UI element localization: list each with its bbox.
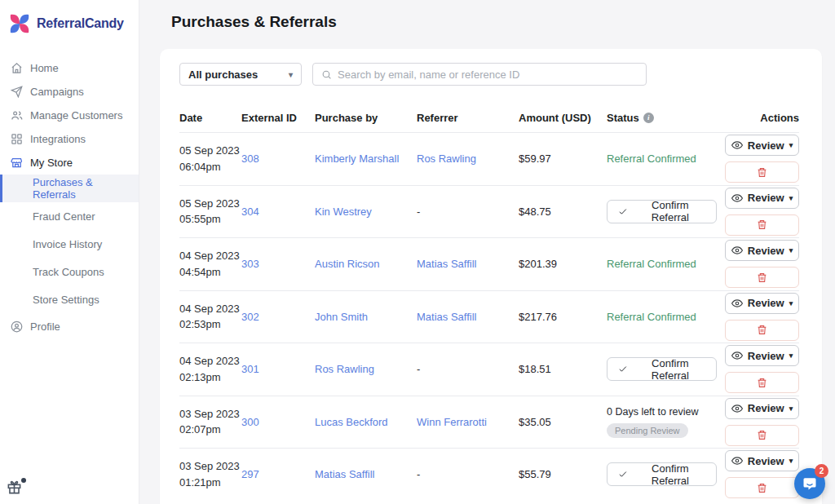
home-icon xyxy=(11,62,23,74)
referrer-cell: Matias Saffill xyxy=(417,258,519,270)
chevron-down-icon: ▾ xyxy=(789,246,793,254)
purchase-date-time: 02:53pm xyxy=(179,316,241,333)
status-cell: Referral Confirmed xyxy=(607,153,717,165)
purchaser-link[interactable]: Lucas Beckford xyxy=(315,416,388,428)
purchase-date: 03 Sep 202301:21pm xyxy=(179,458,241,490)
purchase-date-day: 03 Sep 2023 xyxy=(179,458,241,475)
chat-launcher-button[interactable]: 2 xyxy=(794,468,825,499)
purchase-date: 04 Sep 202302:13pm xyxy=(179,353,241,385)
purchaser-link[interactable]: Kimberly Marshall xyxy=(315,153,399,165)
sidebar-item-fraud-center[interactable]: Fraud Center xyxy=(0,202,139,230)
review-button[interactable]: Review▾ xyxy=(725,398,799,419)
purchase-date-day: 03 Sep 2023 xyxy=(179,406,241,422)
table-row: 03 Sep 202301:21pm297Matias Saffill-$55.… xyxy=(179,448,799,501)
sidebar-item-home[interactable]: Home xyxy=(0,56,139,80)
review-button[interactable]: Review▾ xyxy=(725,293,799,314)
trash-icon xyxy=(757,219,767,230)
referrer-empty: - xyxy=(417,206,420,218)
status-cell: Confirm Referral xyxy=(607,462,717,486)
referrer-link[interactable]: Matias Saffill xyxy=(417,258,476,270)
review-button[interactable]: Review▾ xyxy=(725,345,799,366)
eye-icon xyxy=(731,192,743,204)
actions-cell: Review▾ xyxy=(717,293,799,341)
actions-cell: Review▾ xyxy=(717,450,799,498)
filter-bar: All purchases ▾ xyxy=(179,63,799,86)
purchase-date: 05 Sep 202305:55pm xyxy=(179,196,241,228)
delete-button[interactable] xyxy=(725,214,799,236)
review-button[interactable]: Review▾ xyxy=(725,135,799,156)
purchase-filter-value: All purchases xyxy=(188,69,258,81)
purchaser-link[interactable]: Ros Rawling xyxy=(315,363,374,375)
purchase-date: 05 Sep 202306:04pm xyxy=(179,143,241,175)
sidebar-subitem-label: Store Settings xyxy=(33,294,99,306)
whats-new-button[interactable] xyxy=(7,480,28,499)
delete-button[interactable] xyxy=(725,320,799,341)
confirm-referral-button[interactable]: Confirm Referral xyxy=(607,357,717,381)
table-row: 05 Sep 202306:04pm308Kimberly MarshallRo… xyxy=(179,132,799,185)
review-button[interactable]: Review▾ xyxy=(725,188,799,209)
review-button[interactable]: Review▾ xyxy=(725,240,799,261)
table-row: 05 Sep 202305:55pm304Kin Westrey-$48.75C… xyxy=(179,185,799,238)
delete-button[interactable] xyxy=(725,425,799,446)
purchaser-link[interactable]: Matias Saffill xyxy=(315,468,374,480)
purchases-table-body: 05 Sep 202306:04pm308Kimberly MarshallRo… xyxy=(179,132,799,501)
table-row: 04 Sep 202302:13pm301Ros Rawling-$18.51C… xyxy=(179,343,799,396)
status-cell: Referral Confirmed xyxy=(607,311,717,323)
sidebar-item-track-coupons[interactable]: Track Coupons xyxy=(0,258,139,285)
external-id-link[interactable]: 300 xyxy=(241,416,259,428)
days-left-to-review: 0 Days left to review xyxy=(607,406,717,418)
eye-icon xyxy=(731,245,743,256)
external-id-link[interactable]: 308 xyxy=(241,153,259,165)
confirm-referral-button[interactable]: Confirm Referral xyxy=(607,462,717,486)
external-id-link[interactable]: 304 xyxy=(241,206,259,218)
purchase-date-day: 04 Sep 2023 xyxy=(179,301,241,317)
referrer-link[interactable]: Ros Rawling xyxy=(417,153,476,165)
review-label: Review xyxy=(748,297,784,309)
referrer-link[interactable]: Winn Ferrarotti xyxy=(417,416,487,428)
purchase-filter-dropdown[interactable]: All purchases ▾ xyxy=(179,63,302,86)
sidebar-item-purchases-referrals[interactable]: Purchases & Referrals xyxy=(0,175,139,202)
delete-button[interactable] xyxy=(725,477,799,498)
external-id-cell: 303 xyxy=(241,258,315,270)
purchase-date-day: 04 Sep 2023 xyxy=(179,248,241,264)
sidebar-item-invoice-history[interactable]: Invoice History xyxy=(0,230,139,258)
external-id-link[interactable]: 301 xyxy=(241,363,259,375)
search-input[interactable] xyxy=(338,69,638,81)
actions-cell: Review▾ xyxy=(717,135,799,183)
status-cell: Confirm Referral xyxy=(607,357,717,381)
sidebar-item-manage-customers[interactable]: Manage Customers xyxy=(0,104,139,127)
referrer-empty: - xyxy=(417,468,420,480)
table-row: 04 Sep 202302:53pm302John SmithMatias Sa… xyxy=(179,290,799,343)
external-id-link[interactable]: 297 xyxy=(241,468,259,480)
delete-button[interactable] xyxy=(725,161,799,183)
brand-logo[interactable]: ReferralCandy xyxy=(0,0,139,43)
send-icon xyxy=(11,86,23,98)
purchaser-link[interactable]: Kin Westrey xyxy=(315,206,372,218)
referrer-link[interactable]: Matias Saffill xyxy=(417,311,476,323)
delete-button[interactable] xyxy=(725,372,799,393)
sidebar-item-my-store[interactable]: My Store xyxy=(0,151,139,175)
sidebar-item-store-settings[interactable]: Store Settings xyxy=(0,285,139,313)
eye-icon xyxy=(731,403,743,414)
delete-button[interactable] xyxy=(725,267,799,288)
referrer-cell: - xyxy=(417,363,519,375)
external-id-cell: 302 xyxy=(241,311,315,323)
column-header-external-id: External ID xyxy=(241,112,315,124)
sidebar-item-integrations[interactable]: Integrations xyxy=(0,127,139,151)
sidebar-item-profile[interactable]: Profile xyxy=(0,315,139,338)
info-icon[interactable]: i xyxy=(643,113,654,123)
sidebar-item-campaigns[interactable]: Campaigns xyxy=(0,80,139,104)
confirm-referral-label: Confirm Referral xyxy=(635,462,705,487)
actions-cell: Review▾ xyxy=(717,345,799,393)
column-header-actions: Actions xyxy=(717,112,799,124)
purchase-by-cell: Kin Westrey xyxy=(315,206,417,218)
review-button[interactable]: Review▾ xyxy=(725,450,799,471)
purchaser-link[interactable]: John Smith xyxy=(315,311,368,323)
purchase-by-cell: Kimberly Marshall xyxy=(315,153,417,165)
confirm-referral-button[interactable]: Confirm Referral xyxy=(607,200,717,223)
external-id-link[interactable]: 303 xyxy=(241,258,259,270)
purchase-date-time: 02:13pm xyxy=(179,369,241,386)
purchaser-link[interactable]: Austin Ricson xyxy=(315,258,379,270)
external-id-link[interactable]: 302 xyxy=(241,311,259,323)
referrer-cell: - xyxy=(417,468,519,480)
